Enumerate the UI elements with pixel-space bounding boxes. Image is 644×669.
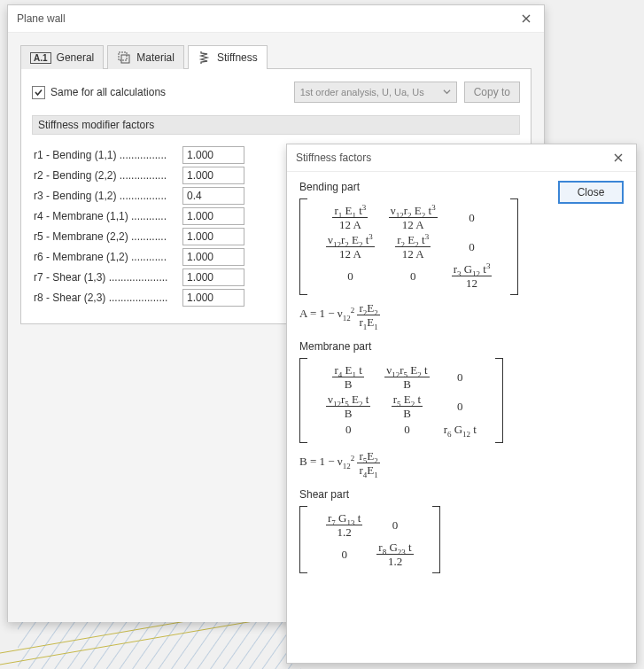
tab-general[interactable]: A.1 General: [20, 45, 104, 69]
tab-stiffness[interactable]: Stiffness: [188, 45, 268, 69]
shear-part-title: Shear part: [299, 488, 549, 501]
factor-input-r8[interactable]: 1.000: [182, 289, 244, 307]
tab-material[interactable]: Material: [107, 45, 184, 69]
factor-input-r6[interactable]: 1.000: [182, 248, 244, 266]
bending-part-title: Bending part: [299, 181, 549, 193]
svg-rect-4: [119, 52, 127, 60]
same-for-all-label: Same for all calculations: [50, 86, 166, 98]
factor-label: r1 - Bending (1,1) ................: [34, 149, 175, 161]
factor-label: r3 - Bending (1,2) ................: [34, 190, 175, 202]
factor-input-r4[interactable]: 1.000: [182, 207, 244, 225]
close-icon[interactable]: [606, 147, 631, 168]
tabstrip: A.1 General Material Stiffnes: [20, 45, 531, 69]
tab-material-label: Material: [136, 51, 175, 64]
factor-input-r2[interactable]: 1.000: [182, 167, 244, 184]
factor-label: r8 - Shear (2,3) ....................: [34, 292, 175, 304]
bending-matrix: r1 E1 t312 A ν12r2 E2 t312 A 0 ν12r2 E2 …: [299, 198, 549, 295]
tab-general-label: General: [57, 51, 95, 64]
factor-label: r6 - Membrane (1,2) ............: [34, 251, 175, 263]
membrane-part-title: Membrane part: [299, 340, 549, 353]
factor-input-r1[interactable]: 1.000: [182, 146, 244, 164]
factor-input-r7[interactable]: 1.000: [182, 268, 244, 286]
factor-input-r3[interactable]: 0.4: [182, 187, 244, 205]
tab-general-code: A.1: [30, 52, 51, 64]
factor-label: r2 - Bending (2,2) ................: [34, 169, 175, 182]
stiffness-modifier-section-header: Stiffness modifier factors: [32, 115, 520, 135]
stiffness-icon: [198, 51, 212, 65]
plane-wall-title: Plane wall: [17, 12, 66, 25]
analysis-combo[interactable]: 1st order analysis, U, Ua, Us: [294, 82, 457, 103]
checkbox-box: [32, 86, 45, 99]
factor-input-r5[interactable]: 1.000: [182, 228, 244, 245]
stiffness-factors-title: Stiffness factors: [296, 152, 371, 164]
bending-A-equation: A = 1 − ν122 r2E2r1E1: [299, 302, 549, 328]
stiffness-factors-dialog: Stiffness factors Bending part r1 E1 t31…: [286, 144, 637, 664]
material-icon: [117, 51, 131, 65]
factor-label: r5 - Membrane (2,2) ............: [34, 230, 175, 243]
copy-to-button[interactable]: Copy to: [464, 82, 520, 103]
chevron-down-icon: [443, 87, 451, 97]
math-content: Bending part r1 E1 t312 A ν12r2 E2 t312 …: [299, 181, 549, 648]
close-icon[interactable]: [514, 8, 539, 29]
svg-rect-5: [121, 55, 129, 63]
plane-wall-titlebar: Plane wall: [8, 5, 544, 33]
membrane-B-equation: B = 1 − ν122 r5E2r4E1: [299, 450, 549, 476]
factor-label: r4 - Membrane (1,1) ............: [34, 210, 175, 222]
same-for-all-checkbox[interactable]: Same for all calculations: [32, 86, 166, 99]
stiffness-factors-titlebar: Stiffness factors: [287, 144, 636, 172]
analysis-combo-value: 1st order analysis, U, Ua, Us: [300, 87, 424, 97]
tab-stiffness-label: Stiffness: [217, 51, 258, 64]
shear-matrix: r7 G13 t1.2 0 0 r8 G23 t1.2: [299, 506, 549, 573]
membrane-matrix: r4 E1 tB ν12r5 E2 tB 0 ν12r5 E2 tB r5 E2…: [299, 358, 549, 443]
factor-label: r7 - Shear (1,3) ....................: [34, 271, 175, 284]
close-button[interactable]: Close: [558, 181, 624, 204]
